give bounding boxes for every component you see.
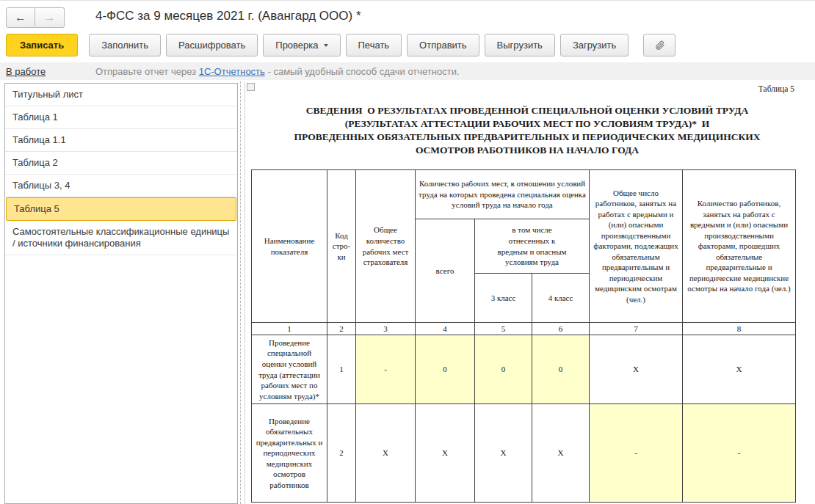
colnum-2: 2: [327, 323, 356, 335]
row2-col5: X: [475, 404, 532, 503]
header-name: Наименование показателя: [252, 170, 327, 323]
sidebar-item-classification-units[interactable]: Самостоятельные классификационные единиц…: [5, 221, 237, 255]
row2-name: Проведение обязательных предварительных …: [252, 404, 327, 503]
table-title: СВЕДЕНИЯ О РЕЗУЛЬТАТАХ ПРОВЕДЕННОЙ СПЕЦИ…: [253, 104, 802, 157]
sidebar-item-tables3-4[interactable]: Таблицы 3, 4: [5, 175, 237, 197]
colnum-3: 3: [356, 323, 416, 335]
row1-col4-input[interactable]: 0: [416, 335, 475, 404]
header-class4: 4 класс: [532, 274, 590, 323]
check-menu-label: Проверка: [275, 40, 318, 51]
row1-name: Проведение специальной оценки условий тр…: [252, 335, 327, 404]
send-button[interactable]: Отправить: [407, 34, 479, 56]
status-bar: В работе Отправьте отчет через 1С-Отчетн…: [0, 62, 815, 80]
row1-col5-input[interactable]: 0: [475, 335, 532, 404]
paperclip-icon: [654, 40, 665, 51]
table5: Наименование показателя Код стро- ки Общ…: [251, 169, 796, 503]
colnum-7: 7: [590, 323, 683, 335]
header-col7: Общее число работников, занятых на работ…: [590, 170, 683, 323]
colnum-1: 1: [252, 323, 327, 335]
spreadsheet-corner-box: [247, 83, 255, 91]
history-nav: ← →: [6, 7, 65, 28]
toolbar: Записать Заполнить Расшифровать Проверка…: [6, 34, 675, 56]
row1-col7: X: [590, 335, 683, 404]
forward-button[interactable]: →: [35, 7, 65, 28]
status-message-prefix: Отправьте отчет через: [95, 66, 199, 77]
export-button[interactable]: Выгрузить: [485, 34, 555, 56]
row2-col8-input[interactable]: -: [683, 404, 796, 503]
colnum-5: 5: [475, 323, 532, 335]
fill-button[interactable]: Заполнить: [89, 34, 161, 56]
header-total: всего: [416, 219, 475, 323]
table-row: Проведение обязательных предварительных …: [252, 404, 796, 503]
attachments-button[interactable]: [643, 34, 675, 56]
row1-code: 1: [327, 335, 356, 404]
header-code: Код стро- ки: [327, 170, 356, 323]
header-total-places: Общее количество рабочих мест страховате…: [356, 170, 416, 323]
import-button[interactable]: Загрузить: [560, 34, 629, 56]
spreadsheet-area: Таблица 5 СВЕДЕНИЯ О РЕЗУЛЬТАТАХ ПРОВЕДЕ…: [245, 81, 815, 504]
header-col8: Количество работников, занятых на работа…: [683, 170, 796, 323]
print-button[interactable]: Печать: [346, 34, 402, 56]
row2-col4: X: [416, 404, 475, 503]
arrow-right-icon: →: [44, 11, 56, 24]
row2-col3: X: [356, 404, 416, 503]
header-group-harmful: в том числе отнесенных к вредным и опасн…: [475, 219, 590, 274]
status-message-suffix: - самый удобный способ сдачи отчетности.: [265, 66, 460, 77]
row2-col6: X: [532, 404, 590, 503]
colnum-4: 4: [416, 323, 475, 335]
sidebar-item-table1-1[interactable]: Таблица 1.1: [5, 129, 237, 152]
report-sections-sidebar: Титульный лист Таблица 1 Таблица 1.1 Таб…: [4, 83, 238, 504]
check-menu-button[interactable]: Проверка: [263, 34, 340, 56]
sidebar-splitter[interactable]: [240, 81, 241, 504]
content-area: Титульный лист Таблица 1 Таблица 1.1 Таб…: [0, 81, 815, 504]
row1-col8: X: [683, 335, 796, 404]
sidebar-item-table5[interactable]: Таблица 5: [6, 197, 236, 221]
save-button[interactable]: Записать: [6, 34, 78, 56]
colnum-8: 8: [683, 323, 796, 335]
row1-col6-input[interactable]: 0: [532, 335, 590, 404]
sidebar-item-table2[interactable]: Таблица 2: [5, 152, 237, 175]
report-state-link[interactable]: В работе: [6, 66, 46, 77]
table-row: Проведение специальной оценки условий тр…: [252, 335, 796, 404]
status-message: Отправьте отчет через 1С-Отчетность - са…: [95, 66, 460, 77]
window-header: ← → 4-ФСС за 9 месяцев 2021 г. (Авангард…: [0, 1, 815, 33]
sidebar-item-title-page[interactable]: Титульный лист: [5, 84, 237, 106]
page-title: 4-ФСС за 9 месяцев 2021 г. (Авангард ООО…: [95, 9, 361, 23]
1c-reporting-link[interactable]: 1С-Отчетность: [199, 66, 265, 77]
chevron-down-icon: [324, 44, 328, 47]
row2-col7-input[interactable]: -: [590, 404, 683, 503]
decrypt-button[interactable]: Расшифровать: [166, 34, 258, 56]
header-group-special-assessment: Количество рабочих мест, в отношении усл…: [416, 170, 590, 219]
back-button[interactable]: ←: [6, 7, 35, 28]
colnum-6: 6: [532, 323, 590, 335]
arrow-left-icon: ←: [15, 11, 26, 24]
table-caption: Таблица 5: [758, 84, 794, 93]
header-class3: 3 класс: [475, 274, 532, 323]
row1-col3-input[interactable]: -: [356, 335, 416, 404]
row2-code: 2: [327, 404, 356, 503]
sidebar-item-table1[interactable]: Таблица 1: [5, 106, 237, 129]
